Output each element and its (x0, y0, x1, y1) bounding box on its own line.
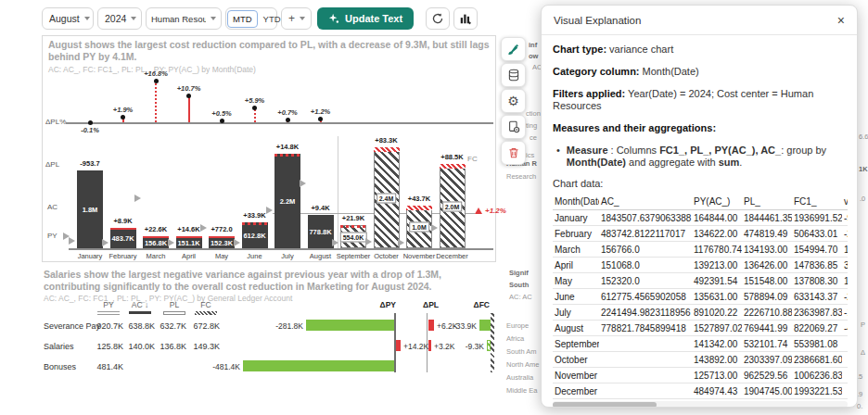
update-text-label: Update Text (345, 13, 402, 24)
bar-value-chip: 2.4M (377, 193, 397, 203)
settings-button[interactable]: ⚙ (501, 89, 526, 113)
py-marker-icon (134, 195, 141, 202)
bar-value-label: 778.8K (308, 228, 334, 236)
pin-stem (155, 82, 157, 122)
table-header-row: Month(Date)AC_PY(AC_)PL_FC1_va (553, 195, 848, 210)
table-header-cell: PY(AC_) (692, 195, 742, 210)
table-cell: January (553, 210, 599, 226)
py-marker-icon (69, 237, 75, 245)
table-row: May152320.0492391.54151548.00137808.3014 (553, 273, 848, 289)
occluded-text-fragment: P (861, 321, 865, 329)
cost-center-dropdown-value: Human Resources (151, 14, 206, 24)
table-cell: 483742.8122117017 (599, 226, 692, 242)
pin-dot (252, 106, 257, 110)
table-cell: -4 (842, 321, 848, 336)
add-chart-button[interactable] (453, 7, 478, 30)
bullet-text: Measure : Columns FC1_, PL_, PY(AC_), AC… (567, 145, 846, 169)
delta-pl-label: +14.8K (265, 143, 310, 151)
table-cell: 1844461.35 (742, 210, 792, 226)
delete-button[interactable] (501, 141, 526, 165)
table-cell (842, 352, 848, 368)
table-cell: 137808.30 (792, 273, 842, 289)
table-cell: 474819.49 (742, 226, 792, 242)
pin-dot (154, 79, 159, 83)
table-cell: May (553, 273, 599, 289)
table-cell: 1843507.6379063388 (599, 210, 692, 226)
table-cell (599, 352, 692, 368)
table-cell: November (553, 368, 599, 384)
dfc-axis (491, 313, 494, 372)
py-marker-icon (332, 239, 338, 246)
salaries-section: Salaries show the largest negative varia… (42, 267, 498, 387)
occluded-text-fragment: Research (506, 172, 536, 181)
table-cell: 164844.00 (692, 210, 742, 226)
close-icon[interactable]: × (837, 14, 845, 27)
year-dropdown[interactable]: 2024 (97, 7, 142, 30)
bar-value-label: 612.8K (242, 232, 268, 240)
delta-column-header: ΔFC (443, 300, 490, 309)
chevron-down-icon (211, 17, 216, 20)
dfc-bar (487, 340, 491, 351)
bar-value-chip: 1.0M (409, 222, 429, 233)
cell-value: 672.8K (179, 321, 220, 331)
salaries-chart-canvas: PYAC ↓PLFCΔPYΔPLΔFCSeverance Pay920.7K63… (42, 267, 498, 387)
table-cell: -2 (842, 289, 848, 305)
occluded-text-fragment: South (509, 281, 529, 289)
table-row: September141342.00532101.74553981.08 (553, 336, 848, 352)
panel-data-table: Month(Date)AC_PY(AC_)PL_FC1_vaJanuary184… (553, 195, 848, 399)
table-cell: 1993221.53 (792, 384, 842, 399)
occluded-text-fragment: 0. (857, 402, 862, 410)
occluded-text-fragment: Signif (509, 269, 529, 277)
table-cell: 962529.56 (742, 368, 792, 384)
pin-label: +1.9% (101, 106, 146, 114)
dpy-bar (306, 320, 394, 331)
table-cell: December (553, 384, 599, 399)
year-dropdown-value: 2024 (105, 13, 126, 24)
table-cell: August (553, 321, 599, 336)
delta-pl-label: +88.5K (430, 153, 475, 161)
table-cell: March (553, 242, 599, 258)
table-cell: 553981.08 (792, 336, 842, 352)
table-cell: February (553, 226, 599, 242)
variance-strip (340, 225, 366, 228)
visual-explanation-panel: Visual Explanation × Chart type: varianc… (541, 5, 858, 408)
variance-strip (242, 222, 268, 225)
settings-gear-icon: ⚙ (507, 94, 519, 107)
table-cell: 1936991.52 (792, 210, 842, 226)
variance-chart-card: August shows the largest cost reduction … (42, 35, 496, 262)
py-marker-icon (102, 239, 108, 246)
table-row: August778821.78458994181527897.02769441.… (553, 321, 848, 336)
py-marker-icon (398, 239, 404, 246)
table-cell: 1904745.00 (742, 384, 792, 399)
trash-icon (507, 146, 520, 159)
pin-dot (186, 94, 191, 98)
pin-dot (121, 115, 125, 119)
ai-brush-button[interactable] (501, 37, 526, 61)
row-label: Salaries (44, 342, 74, 351)
table-cell: April (553, 258, 599, 273)
table-cell: 14 (842, 273, 848, 289)
delta-pl-label: +9.4K (299, 204, 343, 212)
data-source-button[interactable] (501, 63, 526, 87)
update-text-button[interactable]: Update Text (317, 7, 414, 30)
mtd-button[interactable]: MTD (227, 10, 258, 28)
dfc-value: -33.9K (435, 321, 477, 331)
chevron-down-icon (300, 17, 305, 20)
scrollbar-thumb[interactable] (553, 402, 657, 408)
table-cell: -2 (842, 226, 848, 242)
bar-chart-plus-icon (459, 12, 472, 25)
occluded-text-fragment: inf (529, 41, 537, 49)
table-cell: 484974.43 (692, 384, 742, 399)
export-button[interactable] (501, 115, 526, 139)
cost-center-dropdown[interactable]: Human Resources (146, 7, 222, 30)
refresh-button[interactable] (426, 7, 450, 30)
add-visual-button[interactable]: + (281, 7, 312, 30)
table-cell: 1006236.83 (792, 368, 842, 384)
pin-label: +10.7% (167, 84, 211, 93)
pin-dot (286, 118, 290, 122)
bullet-dot: • (556, 145, 560, 169)
table-cell: 2386681.60 (792, 352, 842, 368)
pin-stem (188, 96, 190, 122)
table-cell: 778821.7845899418 (599, 321, 692, 336)
month-dropdown[interactable]: August (42, 7, 94, 30)
